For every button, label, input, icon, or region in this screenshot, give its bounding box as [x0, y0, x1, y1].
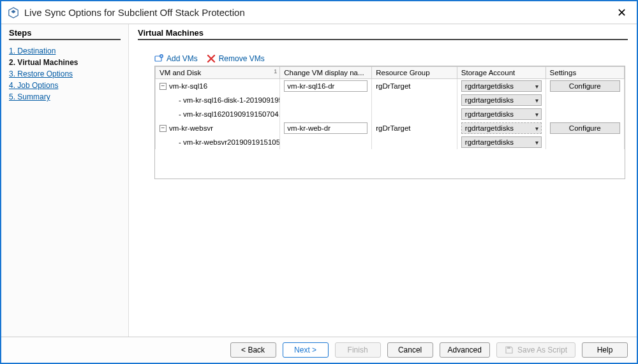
table-header-row: VM and Disk 1 Change VM display na... Re…: [156, 67, 625, 79]
col-resource-group[interactable]: Resource Group: [372, 67, 457, 79]
remove-vms-button[interactable]: Remove VMs: [207, 54, 265, 63]
remove-vms-label: Remove VMs: [219, 54, 265, 63]
dialog-footer: < Back Next > Finish Cancel Advanced Sav…: [1, 337, 637, 363]
add-vm-icon: [154, 54, 163, 63]
chevron-down-icon: ▾: [535, 125, 538, 132]
disk-name: - vm-kr-sql16-disk-1-2019091950...: [160, 96, 276, 104]
step-destination[interactable]: 1. Destination: [9, 47, 121, 55]
col-vm-and-disk[interactable]: VM and Disk 1: [156, 67, 280, 79]
col-storage-account[interactable]: Storage Account: [457, 67, 545, 79]
resource-group-cell: rgDrTarget: [372, 79, 457, 94]
vm-name: vm-kr-websvr: [169, 124, 213, 132]
col-settings[interactable]: Settings: [545, 67, 624, 79]
table-row: − vm-kr-websvr rgDrTarget rgdrtargetdisk…: [156, 121, 625, 135]
panel-heading: Virtual Machines: [138, 28, 628, 40]
cancel-button[interactable]: Cancel: [387, 342, 433, 358]
remove-vm-icon: [207, 54, 216, 63]
steps-sidebar: Steps 1. Destination 2. Virtual Machines…: [1, 24, 129, 337]
vm-name: vm-kr-sql16: [169, 82, 207, 90]
table-row: − vm-kr-sql16 rgDrTarget rgdrtargetdisks…: [156, 79, 625, 94]
steps-heading: Steps: [9, 28, 121, 40]
storage-account-select[interactable]: rgdrtargetdisks ▾: [461, 94, 542, 106]
table-row: - vm-kr-sql16-disk-1-2019091950... rgdrt…: [156, 93, 625, 107]
titlebar: Live Sync Options for Subclient Off Stac…: [1, 1, 637, 24]
resource-group-cell: rgDrTarget: [372, 121, 457, 135]
storage-account-select[interactable]: rgdrtargetdisks ▾: [461, 136, 542, 148]
save-icon: [505, 346, 514, 354]
storage-account-select[interactable]: rgdrtargetdisks ▾: [461, 108, 542, 120]
expand-toggle[interactable]: −: [160, 125, 167, 132]
save-as-script-button: Save As Script: [496, 342, 575, 358]
window-title: Live Sync Options for Subclient Off Stac…: [24, 7, 613, 18]
configure-button[interactable]: Configure: [550, 122, 620, 134]
configure-button[interactable]: Configure: [550, 80, 620, 92]
chevron-down-icon: ▾: [535, 83, 538, 90]
back-button[interactable]: < Back: [230, 342, 276, 358]
storage-account-select[interactable]: rgdrtargetdisks ▾: [461, 80, 542, 92]
expand-toggle[interactable]: −: [160, 83, 167, 90]
table-row: - vm-kr-sql1620190919150704.vhd rgdrtarg…: [156, 107, 625, 121]
chevron-down-icon: ▾: [535, 97, 538, 104]
dialog-body: Steps 1. Destination 2. Virtual Machines…: [1, 24, 637, 337]
add-vms-button[interactable]: Add VMs: [154, 54, 198, 63]
svg-rect-4: [507, 347, 510, 349]
storage-account-select[interactable]: rgdrtargetdisks ▾: [461, 122, 542, 134]
add-vms-label: Add VMs: [167, 54, 198, 63]
finish-button: Finish: [335, 342, 381, 358]
step-restore-options[interactable]: 3. Restore Options: [9, 69, 121, 78]
vm-toolbar: Add VMs Remove VMs: [154, 54, 628, 63]
dialog-window: Live Sync Options for Subclient Off Stac…: [0, 0, 638, 364]
table-row: - vm-kr-websvr20190919151059.... rgdrtar…: [156, 135, 625, 149]
display-name-input[interactable]: [284, 122, 367, 134]
vm-table: VM and Disk 1 Change VM display na... Re…: [155, 66, 625, 149]
col-change-display-name[interactable]: Change VM display na...: [280, 67, 372, 79]
help-button[interactable]: Help: [582, 342, 628, 358]
disk-name: - vm-kr-websvr20190919151059....: [160, 138, 276, 146]
display-name-input[interactable]: [284, 80, 367, 92]
disk-name: - vm-kr-sql1620190919150704.vhd: [160, 110, 276, 118]
close-button[interactable]: ✕: [613, 6, 630, 20]
chevron-down-icon: ▾: [535, 111, 538, 118]
main-panel: Virtual Machines Add VMs Remove VMs: [129, 24, 637, 337]
next-button[interactable]: Next >: [283, 342, 329, 358]
advanced-button[interactable]: Advanced: [440, 342, 490, 358]
app-icon: [8, 7, 19, 18]
step-virtual-machines[interactable]: 2. Virtual Machines: [9, 58, 121, 67]
sort-indicator: 1: [274, 68, 277, 75]
svg-marker-1: [11, 10, 15, 13]
vm-table-container: VM and Disk 1 Change VM display na... Re…: [154, 66, 625, 179]
step-summary[interactable]: 5. Summary: [9, 92, 121, 101]
step-job-options[interactable]: 4. Job Options: [9, 81, 121, 90]
chevron-down-icon: ▾: [535, 139, 538, 146]
